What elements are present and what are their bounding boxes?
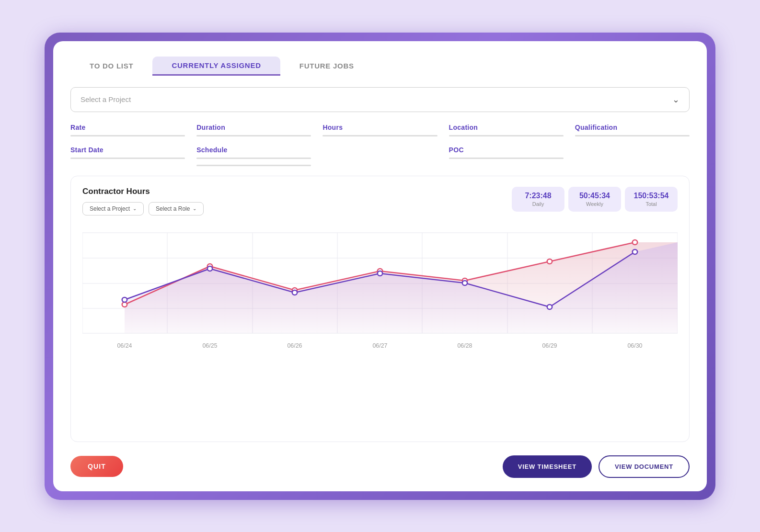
x-label-0625: 06/25 (202, 342, 217, 349)
chart-dot (462, 281, 467, 285)
project-select-placeholder: Select a Project (81, 95, 131, 103)
stat-weekly-label: Weekly (577, 201, 612, 207)
tab-todo[interactable]: TO DO LIST (70, 57, 152, 75)
chart-container: 06/24 06/25 06/26 06/27 06/28 06/29 06/3… (82, 223, 678, 359)
chart-role-select[interactable]: Select a Role ⌄ (149, 202, 204, 215)
field-empty1 (322, 146, 437, 166)
chart-dot (292, 290, 297, 295)
field-schedule-line1 (196, 158, 311, 159)
field-schedule: Schedule (196, 146, 311, 166)
field-schedule-line2 (196, 165, 311, 166)
field-rate: Rate (70, 124, 185, 136)
tabs-bar: TO DO LIST CURRENTLY ASSIGNED FUTURE JOB… (70, 57, 690, 76)
chart-dot (633, 249, 637, 254)
field-poc: POC (449, 146, 564, 166)
tab-future[interactable]: FUTURE JOBS (280, 57, 373, 75)
fields-row1: Rate Duration Hours Location Qualificati… (70, 124, 690, 136)
field-qualification: Qualification (575, 124, 690, 136)
tab-assigned[interactable]: CURRENTLY ASSIGNED (152, 57, 280, 76)
chart-dot (122, 297, 127, 302)
chart-project-select[interactable]: Select a Project ⌄ (82, 202, 144, 215)
chart-title: Contractor Hours (82, 187, 204, 196)
x-label-0629: 06/29 (542, 342, 557, 349)
field-hours-line (322, 135, 437, 136)
chart-role-placeholder: Select a Role (156, 205, 190, 212)
stat-total: 150:53:54 Total (625, 187, 678, 212)
chart-dot (122, 302, 127, 307)
stat-daily: 7:23:48 Daily (512, 187, 564, 212)
chart-filters: Select a Project ⌄ Select a Role ⌄ (82, 202, 204, 215)
x-label-0630: 06/30 (627, 342, 642, 349)
chart-project-placeholder: Select a Project (90, 205, 130, 212)
stats-boxes: 7:23:48 Daily 50:45:34 Weekly 150:53:54 … (512, 187, 678, 212)
field-duration: Duration (196, 124, 311, 136)
view-document-button[interactable]: VIEW DOCUMENT (599, 455, 690, 478)
field-hours: Hours (322, 124, 437, 136)
x-label-0628: 06/28 (457, 342, 472, 349)
stat-daily-label: Daily (520, 201, 556, 207)
line-chart-svg: 06/24 06/25 06/26 06/27 06/28 06/29 06/3… (82, 223, 678, 357)
main-card: TO DO LIST CURRENTLY ASSIGNED FUTURE JOB… (53, 41, 707, 491)
field-rate-line (70, 135, 185, 136)
x-label-0627: 06/27 (372, 342, 387, 349)
field-poc-line (449, 158, 564, 159)
footer-right: VIEW TIMESHEET VIEW DOCUMENT (503, 455, 690, 478)
chart-dot (633, 240, 637, 245)
field-qualification-line (575, 135, 690, 136)
field-empty2 (575, 146, 690, 166)
chart-card: Contractor Hours Select a Project ⌄ Sele… (70, 176, 690, 442)
field-location-line (449, 135, 564, 136)
chevron-down-icon: ⌄ (672, 94, 679, 105)
x-label-0626: 06/26 (287, 342, 302, 349)
view-timesheet-button[interactable]: VIEW TIMESHEET (503, 455, 592, 478)
stat-total-label: Total (633, 201, 669, 207)
chart-dot (378, 271, 382, 276)
fields-row2: Start Date Schedule POC (70, 146, 690, 166)
field-duration-line (196, 135, 311, 136)
quit-button[interactable]: QUIT (70, 456, 123, 477)
chart-header: Contractor Hours Select a Project ⌄ Sele… (82, 187, 678, 215)
chart-dot (547, 259, 552, 264)
stat-weekly: 50:45:34 Weekly (568, 187, 621, 212)
chart-header-left: Contractor Hours Select a Project ⌄ Sele… (82, 187, 204, 215)
stat-daily-value: 7:23:48 (520, 192, 556, 200)
chart-dot (547, 305, 552, 309)
stat-total-value: 150:53:54 (633, 192, 669, 200)
field-start-date: Start Date (70, 146, 185, 166)
field-startdate-line (70, 158, 185, 159)
stat-weekly-value: 50:45:34 (577, 192, 612, 200)
chevron-down-icon: ⌄ (133, 206, 137, 211)
outer-wrapper: TO DO LIST CURRENTLY ASSIGNED FUTURE JOB… (45, 33, 715, 500)
chart-dot (207, 266, 212, 271)
footer: QUIT VIEW TIMESHEET VIEW DOCUMENT (70, 455, 690, 478)
project-select-dropdown[interactable]: Select a Project ⌄ (70, 87, 690, 112)
x-label-0624: 06/24 (117, 342, 132, 349)
chevron-down-icon: ⌄ (193, 206, 196, 211)
field-location: Location (449, 124, 564, 136)
